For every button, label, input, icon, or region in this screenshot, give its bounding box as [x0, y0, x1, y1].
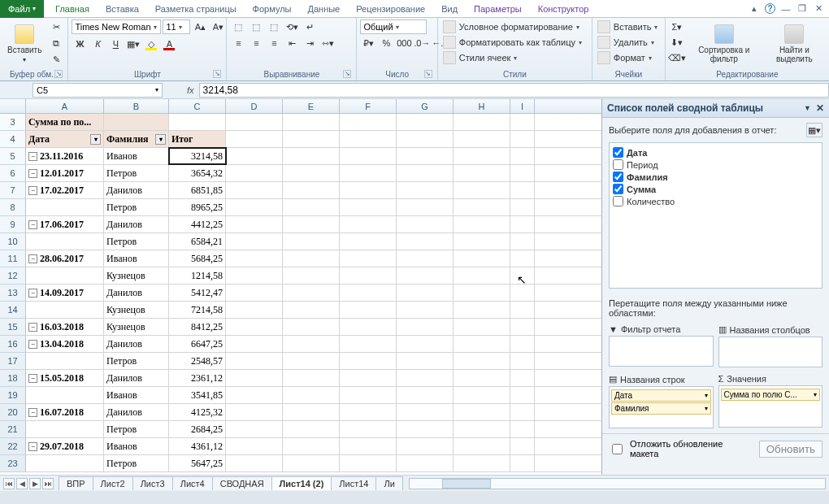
row-header[interactable]: 9: [0, 216, 26, 233]
row-header[interactable]: 22: [0, 438, 26, 455]
area-columns[interactable]: [718, 337, 823, 367]
family-cell[interactable]: Иванов: [104, 438, 169, 454]
family-cell[interactable]: Петров: [104, 421, 169, 437]
find-select-button[interactable]: Найти и выделить: [763, 20, 826, 68]
sheet-tab[interactable]: Ли: [375, 476, 402, 490]
wrap-text-button[interactable]: ↵: [302, 20, 318, 34]
collapse-icon[interactable]: −: [28, 340, 37, 349]
row-header[interactable]: 23: [0, 455, 26, 472]
sheet-tab[interactable]: Лист14 (2): [271, 476, 332, 490]
align-middle-button[interactable]: ⬚: [248, 20, 264, 34]
row-header[interactable]: 17: [0, 353, 26, 370]
sheet-tab[interactable]: ВПР: [59, 476, 93, 490]
select-all-button[interactable]: [0, 99, 26, 113]
increase-decimal-button[interactable]: .0→: [414, 36, 430, 50]
delete-cells-button[interactable]: Удалить▾: [596, 35, 656, 50]
fill-color-button[interactable]: ◇: [143, 37, 159, 51]
row-header[interactable]: 8: [0, 199, 26, 216]
collapse-icon[interactable]: −: [28, 169, 37, 178]
tab-review[interactable]: Рецензирование: [348, 2, 433, 16]
percent-button[interactable]: %: [378, 36, 394, 50]
row-header[interactable]: 19: [0, 387, 26, 404]
font-size-combo[interactable]: 11▾: [163, 20, 190, 34]
collapse-icon[interactable]: −: [28, 408, 37, 417]
field-checkbox[interactable]: [613, 184, 623, 194]
merge-button[interactable]: ⇿▾: [319, 36, 336, 50]
date-cell[interactable]: −13.04.2018: [26, 336, 104, 352]
field-item[interactable]: Количество: [611, 195, 820, 207]
family-cell[interactable]: Иванов: [104, 387, 169, 403]
field-item[interactable]: Дата: [611, 146, 820, 159]
comma-button[interactable]: 000: [396, 36, 412, 50]
value-cell[interactable]: 5647,25: [169, 455, 226, 471]
date-cell[interactable]: [26, 387, 104, 403]
copy-button[interactable]: ⧉: [48, 36, 64, 50]
col-header[interactable]: I: [510, 99, 535, 113]
collapse-icon[interactable]: −: [28, 289, 37, 298]
value-cell[interactable]: 2548,57: [169, 353, 226, 369]
col-header[interactable]: A: [26, 99, 104, 113]
family-cell[interactable]: Данилов: [104, 336, 169, 352]
date-cell[interactable]: [26, 267, 104, 284]
family-cell[interactable]: Иванов: [104, 148, 169, 164]
field-checkbox[interactable]: [613, 196, 623, 206]
prev-sheet-button[interactable]: ◀: [16, 478, 28, 489]
close-icon[interactable]: ✕: [816, 102, 824, 114]
collapse-icon[interactable]: −: [28, 442, 37, 451]
name-box[interactable]: C5▾: [33, 83, 163, 98]
clear-button[interactable]: ⌫▾: [669, 50, 685, 65]
number-format-combo[interactable]: Общий▾: [360, 20, 427, 34]
pivot-title-cell[interactable]: Сумма по по...: [26, 114, 104, 130]
window-minimize-icon[interactable]: ―: [780, 3, 792, 15]
align-bottom-button[interactable]: ⬚: [266, 20, 282, 34]
field-list[interactable]: ДатаПериодФамилияСуммаКоличество: [609, 142, 822, 289]
family-cell[interactable]: Данилов: [104, 370, 169, 386]
row-header[interactable]: 18: [0, 370, 26, 387]
date-cell[interactable]: [26, 455, 104, 471]
minimize-ribbon-icon[interactable]: ▴: [749, 3, 760, 15]
col-header[interactable]: C: [169, 99, 226, 113]
field-checkbox[interactable]: [613, 147, 623, 158]
increase-indent-button[interactable]: ⇥: [302, 36, 318, 50]
value-cell[interactable]: 4412,25: [169, 216, 226, 232]
collapse-icon[interactable]: −: [28, 323, 37, 332]
border-button[interactable]: ▦▾: [125, 37, 141, 51]
field-item[interactable]: Сумма: [611, 183, 820, 195]
row-header[interactable]: 7: [0, 182, 26, 199]
chevron-down-icon[interactable]: ▼: [804, 104, 811, 112]
date-cell[interactable]: −29.07.2018: [26, 438, 104, 454]
date-cell[interactable]: −12.01.2017: [26, 165, 104, 181]
fx-icon[interactable]: fx: [187, 85, 194, 95]
sort-filter-button[interactable]: Сортировка и фильтр: [688, 20, 761, 68]
layout-options-button[interactable]: ▦▾: [806, 123, 822, 137]
value-cell[interactable]: 3654,32: [169, 165, 226, 181]
col-header[interactable]: G: [397, 99, 454, 113]
area-chip[interactable]: Фамилия▾: [611, 402, 711, 415]
collapse-icon[interactable]: −: [28, 220, 37, 229]
update-button[interactable]: Обновить: [759, 441, 822, 458]
formula-input[interactable]: 3214,58: [199, 83, 829, 98]
date-cell[interactable]: −16.03.2018: [26, 319, 104, 335]
conditional-formatting-button[interactable]: Условное форматирование▾: [441, 20, 581, 34]
value-cell[interactable]: 5684,25: [169, 250, 226, 267]
value-cell[interactable]: 3541,85: [169, 387, 226, 403]
sheet-tab[interactable]: Лист4: [172, 476, 213, 490]
bold-button[interactable]: Ж: [72, 37, 88, 51]
file-tab[interactable]: Файл ▾: [0, 0, 44, 18]
value-cell[interactable]: 6851,85: [169, 182, 226, 198]
format-cells-button[interactable]: Формат▾: [596, 50, 653, 65]
fill-button[interactable]: ⬇▾: [669, 35, 685, 50]
cell-styles-button[interactable]: Стили ячеек▾: [441, 50, 519, 65]
row-header[interactable]: 6: [0, 165, 26, 182]
cut-button[interactable]: ✂: [48, 20, 64, 34]
pivot-family-header[interactable]: Фамилия▾: [104, 131, 169, 147]
field-item[interactable]: Период: [611, 159, 820, 171]
last-sheet-button[interactable]: ⏭: [42, 478, 54, 489]
italic-button[interactable]: К: [89, 37, 106, 51]
decrease-indent-button[interactable]: ⇤: [284, 36, 300, 50]
value-cell[interactable]: 4361,12: [169, 438, 226, 454]
collapse-icon[interactable]: −: [28, 186, 37, 195]
value-cell[interactable]: 7214,58: [169, 302, 226, 318]
collapse-icon[interactable]: −: [28, 374, 37, 383]
row-header[interactable]: 14: [0, 302, 26, 319]
